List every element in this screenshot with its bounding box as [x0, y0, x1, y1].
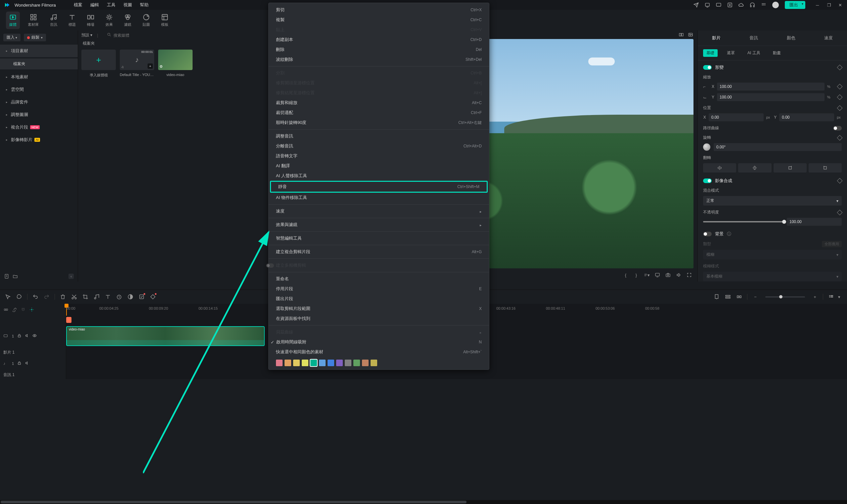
tab-titles[interactable]: 標題: [65, 12, 79, 29]
import-dropdown[interactable]: 匯入: [3, 34, 20, 41]
undo-icon[interactable]: [32, 293, 39, 300]
auto-ripple-icon[interactable]: [29, 307, 34, 312]
menu-tools[interactable]: 工具: [107, 2, 116, 8]
opacity-keyframe[interactable]: [837, 210, 843, 215]
volume-icon[interactable]: [676, 272, 681, 278]
video-clip[interactable]: video-miao: [66, 326, 265, 346]
sidebar-item-compound[interactable]: ▸複合片段NEW: [0, 121, 78, 133]
opacity-slider[interactable]: [703, 221, 784, 222]
flip-h-button[interactable]: [703, 163, 736, 173]
tab-filters[interactable]: 濾鏡: [121, 12, 135, 29]
brace-open-icon[interactable]: {: [623, 272, 629, 278]
color-swatch[interactable]: [353, 360, 360, 366]
background-toggle[interactable]: [703, 232, 712, 236]
fullscreen-icon[interactable]: [686, 272, 692, 278]
ctx-item[interactable]: 語音轉文字: [269, 151, 489, 161]
color-tool-icon[interactable]: [127, 293, 134, 300]
redo-icon[interactable]: [44, 293, 50, 300]
tab-audio[interactable]: 音訊: [47, 12, 60, 29]
color-swatch[interactable]: [319, 360, 326, 366]
display-icon[interactable]: [654, 272, 660, 278]
send-icon[interactable]: [693, 2, 699, 7]
ctx-item[interactable]: 啟用時間線吸附N: [269, 337, 489, 347]
timeline-scrollbar[interactable]: [0, 500, 847, 504]
menu-file[interactable]: 檔案: [74, 2, 82, 8]
transform-keyframe-icon[interactable]: [837, 65, 843, 70]
color-swatch[interactable]: [328, 360, 334, 366]
keyframe-tool-icon[interactable]: [150, 293, 156, 300]
ctx-item[interactable]: 重命名: [269, 274, 489, 284]
device-icon[interactable]: [705, 2, 710, 7]
search-input[interactable]: [114, 33, 153, 38]
thumb-import[interactable]: + 導入媒體檔: [81, 50, 116, 78]
speed-tool-icon[interactable]: [116, 293, 122, 300]
tab-stock[interactable]: 素材庫: [24, 12, 42, 29]
avatar[interactable]: [772, 2, 779, 8]
composite-toggle[interactable]: [703, 178, 712, 183]
link-top-icon[interactable]: ⌐: [703, 84, 707, 89]
chain-icon[interactable]: [12, 307, 17, 312]
snapshot-icon[interactable]: [665, 272, 671, 278]
color-swatch[interactable]: [345, 360, 351, 366]
path-toggle[interactable]: [833, 126, 842, 130]
ctx-item[interactable]: 智慧編輯工具: [269, 233, 489, 243]
ctx-item[interactable]: 建立複合剪輯片段Alt+G: [269, 247, 489, 257]
menu-view[interactable]: 視圖: [123, 2, 132, 8]
collapse-sidebar-button[interactable]: ‹: [69, 274, 74, 279]
mute-icon[interactable]: [25, 361, 29, 366]
sidebar-item-project[interactable]: ▸項目素材: [0, 44, 78, 57]
export-button[interactable]: 匯出: [785, 1, 805, 9]
ctx-item[interactable]: 順時針旋轉90度Ctrl+Alt+右鍵: [269, 118, 489, 128]
scale-y-input[interactable]: [717, 93, 825, 101]
compare-icon[interactable]: [678, 32, 684, 38]
pos-x-input[interactable]: [709, 113, 764, 121]
tab-media[interactable]: 媒體: [6, 12, 20, 29]
ctx-item[interactable]: 選取剪輯片段範圍X: [269, 304, 489, 313]
view-settings-icon[interactable]: ▾: [836, 293, 842, 300]
menu-help[interactable]: 幫助: [140, 2, 149, 8]
ctx-item[interactable]: 複製Ctrl+C: [269, 15, 489, 25]
composite-keyframe[interactable]: [837, 178, 843, 184]
new-file-icon[interactable]: [4, 274, 9, 279]
rotate-input[interactable]: [714, 143, 842, 151]
sidebar-item-local[interactable]: ▸本地素材: [0, 71, 78, 83]
thumb-video[interactable]: ⚙ video-miao: [158, 50, 193, 78]
tab-effects[interactable]: 效果: [102, 12, 116, 29]
zoom-slider[interactable]: [765, 296, 805, 298]
ctx-item[interactable]: 快速選中相同顏色的素材Alt+Shift+`: [269, 347, 489, 357]
close-icon[interactable]: ✕: [839, 3, 843, 7]
apps-icon[interactable]: [761, 2, 766, 7]
ctx-item[interactable]: AI 物件移除工具: [269, 193, 489, 203]
rotate-wheel[interactable]: [703, 143, 710, 151]
zoom-out-icon[interactable]: −: [752, 293, 759, 300]
headphone-icon[interactable]: [750, 2, 755, 7]
insp-tab-speed[interactable]: 速度: [822, 34, 835, 42]
color-swatch[interactable]: [276, 360, 282, 366]
zoom-in-icon[interactable]: +: [812, 293, 818, 300]
scale-x-input[interactable]: [717, 83, 825, 91]
pos-y-input[interactable]: [779, 113, 834, 121]
color-swatch[interactable]: [284, 360, 291, 366]
effects-tool-icon[interactable]: [138, 293, 145, 300]
lock-icon[interactable]: [17, 334, 21, 339]
ctx-item[interactable]: 創建副本Ctrl+D: [269, 35, 489, 44]
sidebar-item-brand[interactable]: ▸品牌套件: [0, 96, 78, 108]
color-swatch[interactable]: [362, 360, 368, 366]
marker[interactable]: [66, 317, 71, 323]
ctx-item[interactable]: 在資源面板中找到: [269, 313, 489, 324]
ripple-tool-icon[interactable]: [736, 293, 742, 300]
sidebar-item-adjust[interactable]: ▸調整圖層: [0, 108, 78, 121]
scale-x-keyframe[interactable]: [837, 84, 843, 90]
color-swatch[interactable]: [370, 360, 377, 366]
screen-icon[interactable]: [716, 2, 721, 7]
ctx-item[interactable]: 波紋刪除Shift+Del: [269, 55, 489, 65]
cut-icon[interactable]: [71, 293, 77, 300]
text-tool-icon[interactable]: [105, 293, 111, 300]
scale-y-keyframe[interactable]: [837, 94, 843, 100]
link-bottom-icon[interactable]: ⌙: [703, 95, 707, 100]
color-swatch[interactable]: [310, 360, 317, 366]
minimize-icon[interactable]: ─: [816, 3, 820, 7]
mute-icon[interactable]: [25, 334, 29, 339]
add-to-timeline-icon[interactable]: +: [148, 64, 153, 69]
tab-transitions[interactable]: 轉場: [84, 12, 98, 29]
